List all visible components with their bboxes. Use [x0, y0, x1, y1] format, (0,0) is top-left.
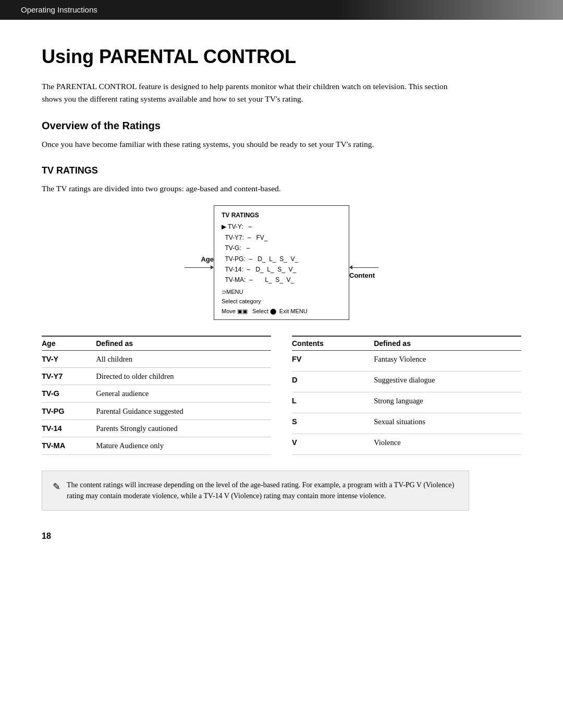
tv-ratings-diagram: Age TV RATINGS ▶ TV-Y: – TV-Y7: – FV_ TV…	[42, 205, 521, 320]
intro-paragraph: The PARENTAL CONTROL feature is designed…	[42, 80, 469, 105]
header-bar: Operating Instructions	[0, 0, 563, 20]
table-row: TV-MAMature Audience only	[42, 437, 271, 454]
box-row-4: TV-PG: – D_ L_ S_ V_	[222, 254, 341, 264]
content-table: Contents Defined as FVFantasy ViolenceDS…	[292, 336, 521, 455]
box-footer-select: Select category	[222, 297, 341, 306]
age-table: Age Defined as TV-YAll childrenTV-Y7Dire…	[42, 336, 271, 455]
note-icon: ✎	[53, 480, 60, 502]
note-box: ✎ The content ratings will increase depe…	[42, 471, 469, 511]
table-row: TV-14Parents Strongly cautioned	[42, 420, 271, 437]
table-row: VViolence	[292, 434, 521, 454]
box-footer-menu: ⊃MENU	[222, 287, 341, 297]
box-row-6: TV-MA: – L_ S_ V_	[222, 275, 341, 285]
content-code: D	[292, 371, 374, 392]
table-row: SSexual situations	[292, 413, 521, 434]
box-footer-controls: Move ▣▣ Select ⬤ Exit MENU	[222, 306, 341, 316]
box-row-5: TV-14: – D_ L_ S_ V_	[222, 264, 341, 275]
age-definition: All children	[96, 350, 271, 367]
page-number: 18	[42, 532, 521, 541]
age-code: TV-Y7	[42, 368, 96, 385]
table-row: TV-YAll children	[42, 350, 271, 367]
content-definition: Sexual situations	[374, 413, 521, 434]
content-code: S	[292, 413, 374, 434]
content-label: Content	[349, 272, 375, 279]
content-definition: Strong language	[374, 392, 521, 413]
note-text: The content ratings will increase depend…	[67, 479, 458, 502]
box-row-2: TV-Y7: – FV_	[222, 232, 341, 243]
box-title: TV RATINGS	[222, 210, 341, 220]
age-defined-header: Defined as	[96, 336, 271, 351]
age-code: TV-PG	[42, 402, 96, 419]
table-row: DSuggestive dialogue	[292, 371, 521, 392]
content-col-header: Contents	[292, 336, 374, 351]
age-definition: Directed to older children	[96, 368, 271, 385]
table-row: TV-Y7Directed to older children	[42, 368, 271, 385]
age-definition: General audience	[96, 385, 271, 402]
header-label: Operating Instructions	[21, 5, 97, 14]
age-code: TV-Y	[42, 350, 96, 367]
table-row: LStrong language	[292, 392, 521, 413]
age-code: TV-14	[42, 420, 96, 437]
content-definition: Suggestive dialogue	[374, 371, 521, 392]
age-definition: Mature Audience only	[96, 437, 271, 454]
page-content: Using PARENTAL CONTROL The PARENTAL CONT…	[0, 20, 563, 572]
age-col-header: Age	[42, 336, 96, 351]
age-code: TV-G	[42, 385, 96, 402]
overview-text: Once you have become familiar with these…	[42, 138, 469, 151]
table-row: TV-PGParental Guidance suggested	[42, 402, 271, 419]
content-code: V	[292, 434, 374, 454]
box-row-1: ▶ TV-Y: –	[222, 221, 341, 232]
content-code: FV	[292, 350, 374, 371]
page-title: Using PARENTAL CONTROL	[42, 46, 521, 68]
table-row: FVFantasy Violence	[292, 350, 521, 371]
box-row-3: TV-G: –	[222, 243, 341, 253]
age-label: Age	[201, 255, 214, 263]
content-definition: Violence	[374, 434, 521, 454]
age-definition: Parents Strongly cautioned	[96, 420, 271, 437]
tables-container: Age Defined as TV-YAll childrenTV-Y7Dire…	[42, 336, 521, 455]
overview-heading: Overview of the Ratings	[42, 120, 521, 132]
tv-ratings-heading: TV RATINGS	[42, 165, 521, 176]
tv-ratings-text: The TV ratings are divided into two grou…	[42, 182, 469, 195]
age-code: TV-MA	[42, 437, 96, 454]
age-definition: Parental Guidance suggested	[96, 402, 271, 419]
tv-ratings-box: TV RATINGS ▶ TV-Y: – TV-Y7: – FV_ TV-G: …	[214, 205, 349, 320]
table-row: TV-GGeneral audience	[42, 385, 271, 402]
content-code: L	[292, 392, 374, 413]
content-defined-header: Defined as	[374, 336, 521, 351]
content-definition: Fantasy Violence	[374, 350, 521, 371]
